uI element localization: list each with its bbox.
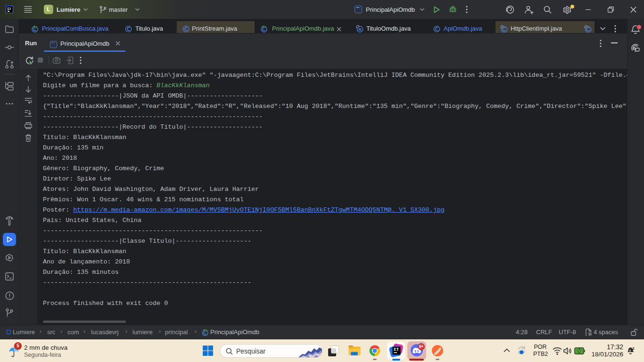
- svg-text:z: z: [633, 346, 635, 351]
- svg-text:z: z: [629, 348, 631, 353]
- svg-text:R: R: [358, 27, 362, 32]
